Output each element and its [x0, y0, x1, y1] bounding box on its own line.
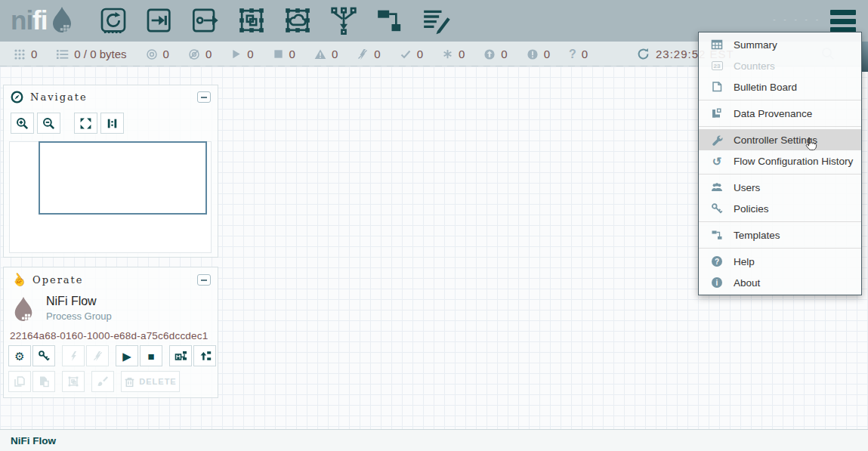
- paste-icon: [38, 375, 50, 388]
- operate-palette: ☝ Operate NiFi Flow Process Group 22164a…: [3, 267, 218, 398]
- templates-icon: [711, 229, 723, 241]
- navigate-minimize-button[interactable]: [197, 91, 211, 103]
- menu-item-users[interactable]: Users: [699, 177, 861, 198]
- help-icon: ?: [712, 256, 722, 267]
- history-icon: ↺: [712, 156, 722, 167]
- menu-item-templates[interactable]: Templates: [699, 224, 861, 246]
- queued-icon: [56, 48, 69, 60]
- navigate-header: Navigate: [4, 85, 218, 107]
- zoom-out-button[interactable]: [37, 113, 60, 134]
- sync-failure-icon: ?: [569, 48, 576, 60]
- birdseye-map[interactable]: [9, 141, 212, 253]
- hand-icon: ☝: [8, 270, 28, 290]
- zoom-in-icon: [16, 117, 29, 130]
- component-toolbar: [98, 5, 451, 36]
- menu-item-flow-configuration-history[interactable]: ↺ Flow Configuration History: [699, 150, 861, 171]
- disabled-icon: [357, 48, 369, 60]
- status-up-to-date: 0: [400, 48, 423, 60]
- upload-template-button[interactable]: [193, 345, 216, 366]
- group-selection-icon: [67, 375, 79, 388]
- gear-icon: ⚙: [14, 351, 24, 362]
- invalid-icon: [314, 48, 326, 60]
- locally-modified-icon: [442, 48, 453, 60]
- status-queued: 0 / 0 bytes: [56, 48, 126, 60]
- remote-process-group-component-icon[interactable]: [283, 5, 313, 36]
- operate-buttons: ⚙ ▶ ■: [8, 345, 216, 397]
- operate-header: ☝ Operate: [4, 267, 218, 290]
- zoom-in-button[interactable]: [11, 113, 34, 134]
- status-transmitting: 0: [146, 48, 169, 60]
- output-port-component-icon[interactable]: [190, 5, 221, 36]
- data-provenance-icon: [711, 107, 723, 119]
- menu-item-policies[interactable]: Policies: [699, 198, 861, 219]
- wrench-icon: [711, 134, 723, 146]
- zoom-fit-icon: [79, 117, 92, 130]
- bulletin-board-icon: [711, 81, 723, 93]
- key-icon: [711, 202, 723, 215]
- selected-flow-type: Process Group: [46, 310, 112, 322]
- viewport-rectangle[interactable]: [39, 141, 207, 215]
- funnel-component-icon[interactable]: [329, 5, 359, 36]
- menu-item-controller-settings[interactable]: Controller Settings: [699, 129, 861, 150]
- zoom-out-icon: [42, 117, 55, 130]
- status-items: 0 0 / 0 bytes 0 0 0 0: [14, 42, 588, 66]
- status-stale: 0: [483, 48, 507, 60]
- not-transmitting-icon: [188, 48, 200, 60]
- template-component-icon[interactable]: [375, 5, 405, 36]
- disable-button: [86, 345, 109, 366]
- copy-button: [8, 371, 31, 392]
- status-disabled: 0: [357, 48, 380, 60]
- group-button: [62, 371, 85, 392]
- nifi-application: nifi: [0, 0, 868, 451]
- stop-button[interactable]: ■: [140, 345, 162, 366]
- global-menu-button[interactable]: [830, 10, 856, 32]
- compass-icon: [11, 91, 23, 103]
- start-button[interactable]: ▶: [116, 345, 138, 366]
- navigate-title: Navigate: [30, 91, 197, 103]
- menu-item-help[interactable]: ? Help: [699, 251, 861, 272]
- access-policies-button[interactable]: [32, 345, 55, 366]
- enable-button: [62, 345, 85, 366]
- process-group-component-icon[interactable]: [236, 5, 267, 36]
- status-invalid: 0: [314, 48, 338, 60]
- navigate-toolbar: [11, 113, 218, 134]
- label-component-icon[interactable]: [421, 5, 451, 36]
- summary-table-icon: [711, 39, 723, 51]
- about-icon: i: [712, 277, 722, 288]
- input-port-component-icon[interactable]: [144, 5, 175, 36]
- zoom-actual-size-button[interactable]: [100, 113, 124, 134]
- delete-button: DELETE: [121, 371, 180, 392]
- menu-item-summary[interactable]: Summary: [699, 34, 861, 55]
- trash-icon: [124, 376, 135, 388]
- operate-title: Operate: [32, 274, 197, 286]
- counters-icon: 23: [712, 61, 723, 70]
- configuration-button[interactable]: ⚙: [8, 345, 31, 366]
- delete-button-label: DELETE: [139, 377, 176, 386]
- navigate-palette: Navigate: [3, 85, 218, 258]
- lightning-slash-icon: [92, 351, 103, 362]
- color-button: [91, 371, 114, 392]
- stopped-icon: [273, 48, 284, 60]
- users-icon: [711, 181, 723, 193]
- selected-flow-id: 22164a68-0160-1000-e68d-a75c6dccdec1: [10, 330, 208, 341]
- status-not-transmitting: 0: [188, 48, 212, 60]
- brush-icon: [97, 375, 109, 388]
- key-icon: [38, 350, 50, 362]
- refresh-icon[interactable]: [637, 48, 650, 60]
- stop-icon: ■: [147, 351, 154, 362]
- play-icon: ▶: [122, 351, 131, 362]
- up-to-date-icon: [400, 48, 412, 60]
- menu-item-data-provenance[interactable]: Data Provenance: [699, 103, 861, 124]
- operate-minimize-button[interactable]: [197, 274, 211, 286]
- menu-item-bulletin-board[interactable]: Bulletin Board: [699, 76, 861, 97]
- menu-item-about[interactable]: i About: [699, 272, 861, 293]
- breadcrumb-nifi-flow[interactable]: NiFi Flow: [11, 435, 56, 446]
- save-template-button[interactable]: [169, 345, 192, 366]
- processor-component-icon[interactable]: [98, 5, 128, 36]
- zoom-fit-button[interactable]: [74, 113, 97, 134]
- session-indicator: - - - - -: [773, 15, 821, 23]
- nifi-logo-text: nifi: [11, 5, 48, 36]
- running-icon: [230, 48, 242, 60]
- nifi-drop-icon: [49, 6, 75, 36]
- selected-flow-name: NiFi Flow: [46, 295, 112, 308]
